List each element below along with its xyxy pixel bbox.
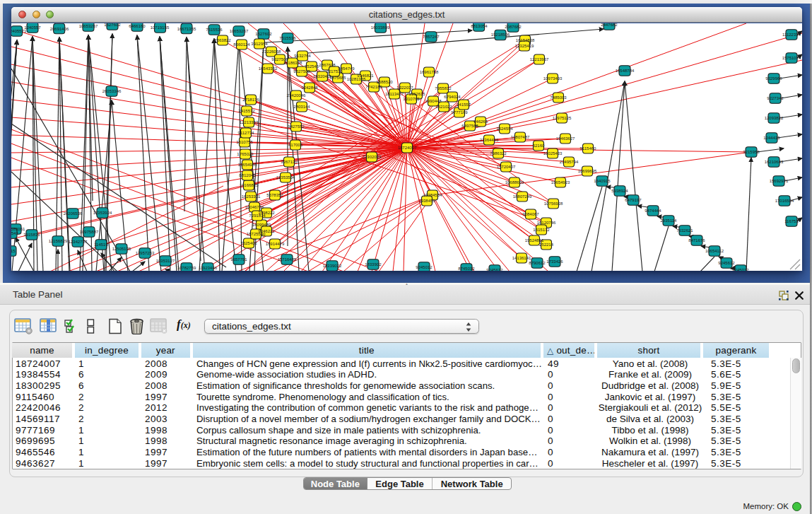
svg-text:14099489: 14099489 — [252, 223, 271, 227]
svg-text:10807487: 10807487 — [511, 135, 530, 139]
svg-text:10782759: 10782759 — [177, 266, 196, 270]
svg-text:9132764: 9132764 — [294, 54, 311, 58]
svg-text:7515536: 7515536 — [279, 36, 296, 40]
svg-text:20691406: 20691406 — [50, 27, 69, 31]
svg-text:9474444: 9474444 — [645, 209, 661, 213]
svg-text:9245612: 9245612 — [718, 261, 735, 265]
svg-text:11923446: 11923446 — [199, 266, 218, 270]
svg-text:16210643: 16210643 — [765, 160, 784, 164]
svg-text:9777169: 9777169 — [451, 110, 468, 115]
svg-text:9115460: 9115460 — [580, 146, 597, 151]
svg-text:16120746: 16120746 — [537, 221, 556, 225]
svg-text:1610755: 1610755 — [236, 140, 253, 144]
svg-text:10756928: 10756928 — [544, 201, 563, 206]
svg-text:1765023: 1765023 — [237, 152, 254, 156]
svg-text:9245012: 9245012 — [732, 268, 749, 271]
svg-text:1640915: 1640915 — [594, 179, 611, 183]
svg-text:1733426: 1733426 — [546, 259, 563, 264]
svg-text:114519: 114519 — [94, 243, 108, 247]
svg-text:2087682: 2087682 — [505, 25, 522, 29]
svg-text:10654112: 10654112 — [705, 249, 724, 253]
svg-text:7955812: 7955812 — [435, 86, 452, 90]
svg-text:10688609: 10688609 — [505, 180, 524, 185]
svg-text:21364436: 21364436 — [480, 138, 499, 142]
svg-text:10653267: 10653267 — [79, 24, 98, 28]
svg-text:1833902: 1833902 — [365, 262, 382, 267]
svg-text:8745012: 8745012 — [458, 267, 475, 271]
svg-text:3215958: 3215958 — [743, 150, 760, 154]
svg-text:241557: 241557 — [457, 103, 471, 107]
svg-text:9329966: 9329966 — [765, 76, 782, 81]
svg-text:16961758: 16961758 — [420, 70, 439, 74]
svg-text:1362615: 1362615 — [408, 92, 425, 96]
svg-text:7485003: 7485003 — [550, 95, 567, 100]
svg-text:9084067: 9084067 — [522, 212, 539, 216]
svg-text:19654985: 19654985 — [238, 163, 257, 167]
svg-text:18186328: 18186328 — [283, 61, 302, 65]
svg-text:15692971: 15692971 — [770, 179, 789, 183]
svg-text:17957253: 17957253 — [136, 251, 155, 255]
svg-text:2217530: 2217530 — [326, 69, 343, 74]
svg-text:12156829: 12156829 — [49, 239, 68, 243]
svg-text:8790612: 8790612 — [529, 261, 546, 265]
svg-text:16548784: 16548784 — [616, 69, 635, 73]
svg-text:417006: 417006 — [288, 143, 303, 147]
svg-text:2718176: 2718176 — [242, 98, 259, 102]
svg-text:11122334: 11122334 — [782, 33, 801, 37]
svg-text:5578352: 5578352 — [266, 193, 283, 197]
svg-text:23302033: 23302033 — [363, 155, 382, 159]
svg-text:2867608: 2867608 — [319, 63, 336, 67]
svg-text:10353127: 10353127 — [156, 259, 175, 263]
svg-text:18724007: 18724007 — [398, 146, 417, 150]
svg-text:16914479: 16914479 — [266, 242, 285, 246]
svg-text:8812045: 8812045 — [239, 173, 256, 177]
svg-text:7742180: 7742180 — [365, 85, 382, 89]
svg-text:9245012: 9245012 — [416, 265, 433, 269]
svg-text:26053346: 26053346 — [102, 89, 122, 93]
svg-text:1527602: 1527602 — [255, 32, 272, 36]
svg-text:10025433: 10025433 — [543, 151, 563, 156]
svg-text:7291834: 7291834 — [249, 214, 266, 218]
svg-text:3624554: 3624554 — [496, 127, 513, 131]
svg-text:16543362: 16543362 — [259, 66, 278, 71]
svg-text:12213967: 12213967 — [530, 57, 549, 62]
svg-text:1240557: 1240557 — [24, 25, 41, 30]
svg-text:8660124: 8660124 — [233, 42, 250, 47]
svg-text:10046786: 10046786 — [245, 205, 264, 209]
svg-text:7986322: 7986322 — [490, 151, 507, 156]
svg-text:18113427: 18113427 — [385, 92, 404, 96]
svg-text:18807249: 18807249 — [513, 194, 532, 199]
svg-text:391541: 391541 — [11, 231, 19, 235]
svg-text:19463627: 19463627 — [556, 136, 575, 141]
svg-text:3875685: 3875685 — [329, 76, 346, 80]
svg-text:18725540: 18725540 — [247, 232, 266, 236]
svg-text:7632621: 7632621 — [676, 228, 693, 233]
svg-text:9242848: 9242848 — [301, 86, 318, 90]
svg-text:12353594: 12353594 — [276, 175, 295, 180]
svg-text:10973493: 10973493 — [543, 76, 563, 81]
svg-text:2803144: 2803144 — [293, 105, 310, 109]
svg-text:1615172: 1615172 — [533, 228, 550, 232]
svg-text:7663822: 7663822 — [214, 38, 231, 42]
svg-text:19166825: 19166825 — [240, 183, 259, 187]
svg-text:9427552: 9427552 — [288, 124, 305, 129]
svg-text:16033809: 16033809 — [371, 25, 390, 30]
svg-text:10653267: 10653267 — [230, 29, 249, 33]
svg-text:16253301: 16253301 — [242, 194, 261, 199]
svg-text:746266: 746266 — [473, 119, 488, 124]
svg-text:15751074: 15751074 — [782, 56, 801, 60]
svg-text:7857247: 7857247 — [423, 35, 440, 39]
svg-text:15320411: 15320411 — [313, 74, 332, 78]
svg-text:6794024: 6794024 — [444, 95, 461, 99]
svg-text:12342737: 12342737 — [69, 240, 88, 244]
svg-text:10281355: 10281355 — [347, 77, 366, 81]
svg-text:116753: 116753 — [784, 219, 799, 223]
svg-text:6479197: 6479197 — [625, 198, 642, 202]
svg-text:19384554: 19384554 — [423, 193, 442, 197]
svg-text:9245612: 9245612 — [486, 268, 503, 271]
svg-text:15716485: 15716485 — [278, 257, 297, 262]
svg-text:252214: 252214 — [539, 243, 554, 247]
svg-text:20206536: 20206536 — [64, 211, 83, 216]
svg-text:8813054: 8813054 — [471, 24, 488, 28]
svg-text:19218506: 19218506 — [491, 33, 510, 37]
